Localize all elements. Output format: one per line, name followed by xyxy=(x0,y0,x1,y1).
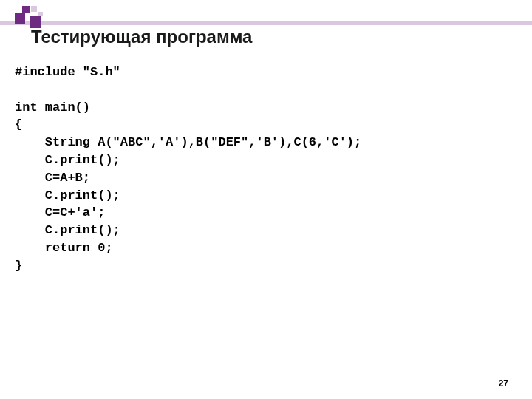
code-line: } xyxy=(15,259,22,273)
code-line: C=A+B; xyxy=(15,171,90,185)
code-line: return 0; xyxy=(15,241,113,255)
code-line: { xyxy=(15,117,22,132)
code-line: String A("ABC",'A'),B("DEF",'B'),C(6,'C'… xyxy=(15,135,361,149)
code-line: C=C+'a'; xyxy=(15,205,105,219)
code-line: C.print(); xyxy=(15,188,120,202)
decoration-square xyxy=(31,6,37,12)
decoration-bar xyxy=(0,21,532,25)
page-number: 27 xyxy=(499,378,508,389)
code-line: int main() xyxy=(15,100,90,115)
decoration-square xyxy=(15,13,25,24)
code-line: #include "S.h" xyxy=(15,65,120,79)
code-block: #include "S.h" int main() { String A("AB… xyxy=(15,64,361,275)
code-line: C.print(); xyxy=(15,153,120,167)
header-decoration xyxy=(0,6,532,27)
decoration-square xyxy=(22,6,30,13)
code-line: C.print(); xyxy=(15,223,120,237)
slide-title: Тестирующая программа xyxy=(31,27,252,47)
